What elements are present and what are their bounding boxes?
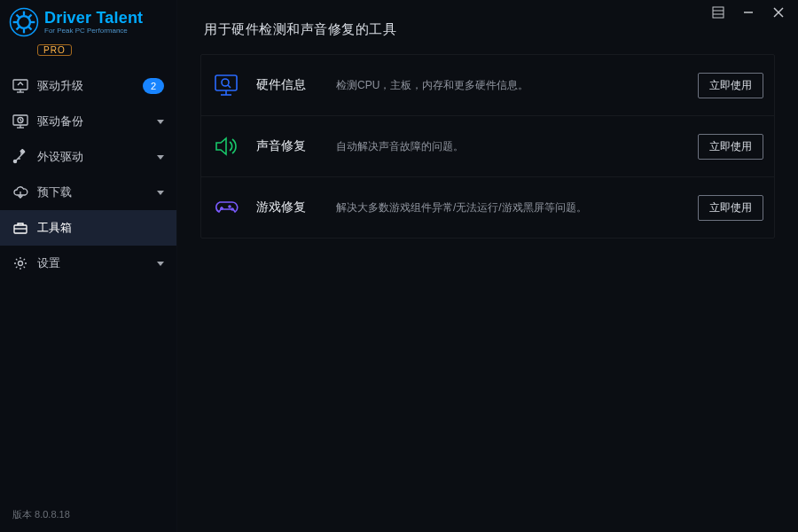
sidebar-item-backup[interactable]: 驱动备份: [0, 104, 176, 139]
brand-title: Driver Talent: [44, 10, 143, 26]
chevron-down-icon: [157, 262, 164, 266]
window-titlebar: [711, 0, 798, 25]
tool-desc: 解决大多数游戏组件异常/无法运行/游戏黑屏等问题。: [336, 200, 698, 215]
sidebar: Driver Talent For Peak PC Performance PR…: [0, 0, 177, 532]
gamepad-icon: [212, 193, 240, 222]
svg-rect-31: [215, 75, 237, 90]
sidebar-item-label: 驱动备份: [37, 113, 148, 129]
brand: Driver Talent For Peak PC Performance: [0, 0, 176, 43]
page-title: 用于硬件检测和声音修复的工具: [200, 21, 775, 38]
sidebar-item-predownload[interactable]: 预下载: [0, 175, 176, 210]
svg-marker-36: [216, 138, 226, 154]
speaker-icon: [212, 132, 240, 160]
monitor-up-icon: [12, 78, 28, 94]
minimize-icon[interactable]: [741, 5, 755, 20]
tool-row-game: 游戏修复 解决大多数游戏组件异常/无法运行/游戏黑屏等问题。 立即使用: [201, 176, 774, 238]
tool-list: 硬件信息 检测CPU，主板，内存和更多硬件信息。 立即使用 声音修复 自动解决声…: [200, 54, 775, 239]
brand-logo-icon: [9, 7, 39, 37]
tool-desc: 检测CPU，主板，内存和更多硬件信息。: [336, 78, 698, 93]
svg-line-14: [28, 15, 31, 18]
svg-line-24: [20, 121, 22, 121]
sidebar-item-settings[interactable]: 设置: [0, 246, 176, 281]
svg-point-30: [19, 262, 23, 266]
sidebar-item-label: 外设驱动: [37, 149, 148, 165]
version-label: 版本 8.0.8.18: [0, 499, 176, 532]
clock-monitor-icon: [12, 113, 28, 129]
use-now-button[interactable]: 立即使用: [698, 134, 763, 160]
svg-point-39: [229, 206, 231, 207]
svg-line-12: [17, 15, 20, 18]
sidebar-item-label: 驱动升级: [37, 78, 134, 94]
tool-name: 声音修复: [256, 138, 336, 154]
gear-icon: [12, 255, 28, 271]
svg-line-13: [28, 27, 31, 29]
monitor-search-icon: [212, 71, 240, 99]
svg-line-15: [17, 27, 20, 29]
use-now-button[interactable]: 立即使用: [698, 195, 763, 221]
menu-icon[interactable]: [711, 5, 725, 20]
svg-point-7: [18, 16, 30, 28]
chevron-down-icon: [157, 120, 164, 124]
brand-subtitle: For Peak PC Performance: [44, 27, 143, 35]
svg-point-34: [222, 79, 229, 86]
sidebar-item-label: 预下载: [37, 184, 148, 200]
main-panel: 用于硬件检测和声音修复的工具 硬件信息 检测CPU，主板，内存和更多硬件信息。 …: [177, 0, 798, 532]
tool-name: 硬件信息: [256, 77, 336, 93]
close-icon[interactable]: [771, 5, 786, 20]
svg-rect-16: [13, 80, 27, 90]
app-root: Driver Talent For Peak PC Performance PR…: [0, 0, 798, 532]
sidebar-nav: 驱动升级 2 驱动备份: [0, 68, 176, 499]
sidebar-item-upgrade[interactable]: 驱动升级 2: [0, 68, 176, 104]
tool-name: 游戏修复: [256, 200, 336, 215]
chevron-down-icon: [157, 191, 164, 195]
tool-desc: 自动解决声音故障的问题。: [336, 139, 698, 154]
tool-row-hardware: 硬件信息 检测CPU，主板，内存和更多硬件信息。 立即使用: [201, 55, 774, 115]
sidebar-item-peripherals[interactable]: 外设驱动: [0, 139, 176, 175]
svg-point-40: [231, 208, 233, 210]
svg-rect-0: [713, 7, 724, 18]
tool-row-sound: 声音修复 自动解决声音故障的问题。 立即使用: [201, 115, 774, 176]
chevron-down-icon: [157, 155, 164, 160]
svg-line-35: [228, 85, 231, 88]
usb-icon: [12, 149, 28, 165]
sidebar-item-label: 工具箱: [37, 220, 164, 236]
brand-pro-badge: PRO: [37, 44, 72, 56]
sidebar-item-toolbox[interactable]: 工具箱: [0, 210, 176, 246]
svg-point-25: [13, 160, 16, 162]
sidebar-item-label: 设置: [37, 255, 148, 271]
use-now-button[interactable]: 立即使用: [698, 73, 763, 98]
cloud-download-icon: [12, 184, 28, 200]
sidebar-badge: 2: [143, 78, 164, 94]
toolbox-icon: [12, 220, 28, 236]
